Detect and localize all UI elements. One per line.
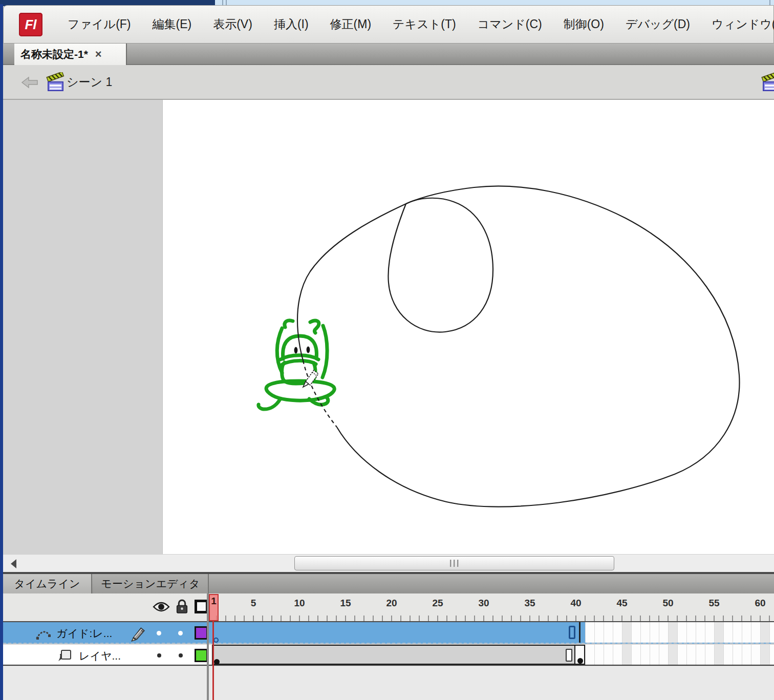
layer-row-guide[interactable]: ガイド:レ... [3,622,774,644]
menu-text[interactable]: テキスト(T) [382,6,467,43]
layer-name[interactable]: レイヤ... [79,649,121,663]
ruler-number: 45 [616,598,627,609]
document-tab-bar: 名称未設定-1* × [3,44,774,65]
motion-path-drawing [297,186,740,507]
menu-file[interactable]: ファイル(F) [57,6,142,43]
layer-visibility-dot[interactable] [157,653,161,657]
motion-guide-layer-icon [35,627,52,640]
frog-eyes [294,347,310,354]
menu-view[interactable]: 表示(V) [202,6,263,43]
menu-edit[interactable]: 編集(E) [142,6,203,43]
outline-view-icon[interactable] [195,600,208,613]
keyframe-dot [577,658,583,664]
empty-keyframe-marker[interactable] [213,638,219,643]
edit-bar: シーン 1 [3,65,774,100]
layer-lock-dot[interactable] [178,631,183,635]
ruler-number: 55 [708,598,719,609]
ruler-number: 35 [524,598,535,609]
span-end-frame-marker [569,626,575,639]
ruler-number: 5 [251,598,256,609]
menu-bar: Fl ファイル(F) 編集(E) 表示(V) 挿入(I) 修正(M) テキスト(… [3,5,774,44]
keyframe-cell-frame-40[interactable] [574,645,585,665]
edit-scene-clapperboard-icon[interactable] [761,72,774,93]
span-end-frame-marker [566,649,572,662]
ruler-number: 30 [478,598,489,609]
guided-layer-icon [57,648,73,663]
document-tab[interactable]: 名称未設定-1* × [14,44,127,65]
ruler-number: 60 [755,598,765,609]
scene-clapperboard-icon [46,72,66,93]
menu-insert[interactable]: 挿入(I) [263,6,319,43]
horizontal-scrollbar[interactable] [3,554,774,572]
flash-application-window: Fl ファイル(F) 編集(E) 表示(V) 挿入(I) 修正(M) テキスト(… [0,0,774,700]
back-arrow-icon[interactable] [20,76,39,89]
empty-frames[interactable] [585,645,774,665]
scroll-left-arrow-icon[interactable] [7,559,19,569]
guide-layer-frame-span[interactable] [212,622,580,643]
timeline-panel-tabs: タイムライン モーションエディタ [3,574,774,593]
playhead[interactable]: 1 [209,594,219,621]
ruler-number: 25 [432,598,443,609]
scrollbar-thumb[interactable] [294,556,614,570]
ruler-number: 40 [570,598,581,609]
ruler-ticks [212,616,774,621]
pencil-cursor-icon [303,370,318,387]
stage-drawing [0,100,774,554]
menu-modify[interactable]: 修正(M) [319,6,382,43]
keyframe-dot-frame-1[interactable] [214,659,220,665]
ruler-number: 20 [386,598,397,609]
timeline-empty-area [3,666,774,700]
layer-name[interactable]: ガイド:レ... [56,626,112,641]
layer-outline-color-swatch[interactable] [195,649,208,662]
guided-layer-frame-span[interactable] [212,645,574,665]
close-icon[interactable]: × [95,48,102,61]
playhead-line [212,621,214,700]
menu-commands[interactable]: コマンド(C) [467,6,553,43]
edit-pencil-icon [129,625,146,642]
timeline-header: 5 10 15 20 25 30 35 40 45 50 55 60 [3,593,774,622]
layer-row-guided[interactable]: レイヤ... [3,645,774,666]
tab-motion-editor[interactable]: モーションエディタ [93,574,209,593]
layer-lock-dot[interactable] [179,653,183,657]
show-hide-eye-icon[interactable] [153,600,170,613]
menu-debug[interactable]: デバッグ(D) [615,6,701,43]
layer-outline-color-swatch[interactable] [195,626,208,640]
flash-app-icon: Fl [19,13,42,36]
stage-work-area [3,100,774,554]
ruler-number: 50 [662,598,673,609]
ruler-number: 10 [294,598,305,609]
document-tab-title: 名称未設定-1* [20,47,88,61]
tab-timeline[interactable]: タイムライン [3,574,92,593]
lock-icon[interactable] [175,599,189,614]
frog-drawing [259,321,334,409]
menu-items: ファイル(F) 編集(E) 表示(V) 挿入(I) 修正(M) テキスト(T) … [57,6,774,43]
menu-control[interactable]: 制御(O) [553,6,615,43]
layer-visibility-dot[interactable] [157,631,161,635]
ruler-number: 15 [340,598,351,609]
menu-window[interactable]: ウィンドウ(W) [701,6,774,43]
scene-breadcrumb[interactable]: シーン 1 [67,74,112,90]
empty-frames[interactable] [585,622,774,643]
